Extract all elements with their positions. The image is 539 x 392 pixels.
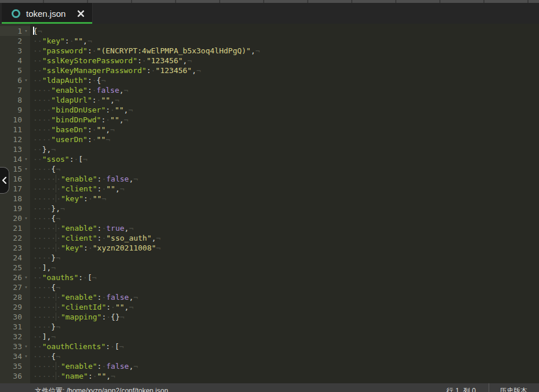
fold-toggle-icon[interactable]: ▾: [22, 273, 30, 282]
code-text: ····},¬: [30, 204, 65, 213]
code-line[interactable]: 31····}¬: [0, 322, 539, 332]
code-editor[interactable]: 1▾{¬2··"key":·"",¬3··"password":·"(ENCRY…: [0, 24, 539, 383]
fold-spacer: [22, 144, 30, 154]
code-line[interactable]: 19····},¬: [0, 204, 539, 213]
code-line[interactable]: 28······"enable":·false,¬: [0, 292, 539, 302]
gutter-cell: 4: [0, 56, 30, 66]
gutter-cell: 19: [0, 204, 30, 213]
fold-toggle-icon[interactable]: ▾: [22, 282, 30, 292]
code-line[interactable]: 3··"password":·"(ENCRYPT:4wElPMPA_b5x3oq…: [0, 46, 539, 56]
code-line[interactable]: 26▾··"oauths":·[¬: [0, 273, 539, 282]
code-line[interactable]: 18······"key":·""¬: [0, 194, 539, 204]
code-text: ······"enable":·false,¬: [30, 292, 138, 302]
fold-spacer: [22, 56, 30, 66]
code-line[interactable]: 10····"bindDnPwd":·"",¬: [0, 115, 539, 125]
newline-marker: ¬: [51, 145, 56, 154]
newline-marker: ¬: [120, 313, 125, 321]
code-line[interactable]: 33▾··"oauthClients":·[¬: [0, 342, 539, 351]
fold-toggle-icon[interactable]: ▾: [22, 164, 30, 174]
code-line[interactable]: 15▾····{¬: [0, 164, 539, 174]
newline-marker: ¬: [56, 214, 60, 223]
newline-marker: ¬: [133, 293, 138, 302]
fold-toggle-icon[interactable]: ▾: [22, 26, 30, 36]
code-line[interactable]: 4··"sslKeyStorePassword":·"123456",¬: [0, 56, 539, 66]
tab-token-json[interactable]: token.json: [2, 3, 93, 24]
code-line[interactable]: 5··"sslKeyManagerPassword":·"123456",¬: [0, 66, 539, 75]
line-number: 7: [0, 85, 22, 95]
line-number: 19: [0, 204, 22, 213]
code-line[interactable]: 32··],¬: [0, 332, 539, 342]
line-number: 29: [0, 302, 22, 312]
code-line[interactable]: 12····"userDn":·""¬: [0, 135, 539, 144]
code-line[interactable]: 17······"client":·"",¬: [0, 184, 539, 194]
code-line[interactable]: 11····"baseDn":·"",¬: [0, 125, 539, 135]
code-line[interactable]: 25··],¬: [0, 263, 539, 273]
code-line[interactable]: 13··},¬: [0, 144, 539, 154]
newline-marker: ¬: [129, 303, 133, 311]
newline-marker: ¬: [124, 86, 129, 95]
newline-marker: ¬: [88, 37, 92, 45]
tab-close-icon[interactable]: [76, 9, 85, 18]
fold-spacer: [22, 233, 30, 243]
fold-toggle-icon[interactable]: ▾: [22, 213, 30, 223]
gutter-cell: 27▾: [0, 282, 30, 292]
code-line[interactable]: 24····}¬: [0, 253, 539, 263]
code-line[interactable]: 16······"enable":·false,¬: [0, 174, 539, 184]
code-text: ··],¬: [30, 263, 56, 273]
fold-toggle-icon[interactable]: ▾: [22, 351, 30, 361]
code-line[interactable]: 2··"key":·"",¬: [0, 36, 539, 46]
line-number: 33: [0, 342, 22, 351]
fold-toggle-icon[interactable]: ▾: [22, 342, 30, 351]
newline-marker: ¬: [129, 224, 133, 233]
gutter-cell: 2: [0, 36, 30, 46]
code-text: {¬: [30, 26, 42, 36]
line-number: 24: [0, 253, 22, 263]
code-line[interactable]: 27▾····{¬: [0, 282, 539, 292]
code-line[interactable]: 29······"clientId":·"",¬: [0, 302, 539, 312]
code-line[interactable]: 20▾····{¬: [0, 213, 539, 223]
line-number: 13: [0, 144, 22, 154]
code-line[interactable]: 6▾··"ldapAuth":·{¬: [0, 75, 539, 85]
code-line[interactable]: 8····"ldapUrl":·"",¬: [0, 95, 539, 105]
code-line[interactable]: 14▾··"ssos":·[¬: [0, 154, 539, 164]
fold-spacer: [22, 204, 30, 213]
file-type-icon: [12, 9, 20, 18]
gutter-cell: 22: [0, 233, 30, 243]
gutter-cell: 9: [0, 105, 30, 115]
newline-marker: ¬: [119, 342, 124, 351]
gutter-cell: 3: [0, 46, 30, 56]
gutter-cell: 8: [0, 95, 30, 105]
code-line[interactable]: 23······"key":·"xyzn20211008"¬: [0, 243, 539, 253]
gutter-cell: 11: [0, 125, 30, 135]
line-number: 34: [0, 351, 22, 361]
line-col-indicator[interactable]: 行 1, 列 0: [446, 386, 489, 392]
fold-spacer: [22, 263, 30, 273]
gutter-cell: 33▾: [0, 342, 30, 351]
code-line[interactable]: 35······"enable":·false,¬: [0, 361, 539, 371]
gutter-cell: 23: [0, 243, 30, 253]
gutter-cell: 14▾: [0, 154, 30, 164]
code-line[interactable]: 1▾{¬: [0, 26, 539, 36]
fold-spacer: [22, 174, 30, 184]
editor-window: token.json 1▾{¬2··"key":·"",¬3··"passwor…: [0, 0, 539, 392]
fold-toggle-icon[interactable]: ▾: [22, 154, 30, 164]
code-text: ····"ldapUrl":·"",¬: [30, 95, 119, 105]
code-line[interactable]: 34▾····{¬: [0, 351, 539, 361]
code-line[interactable]: 36······"name":·"",¬: [0, 371, 539, 381]
code-line[interactable]: 9····"bindDnUser":·"",¬: [0, 105, 539, 115]
fold-spacer: [22, 253, 30, 263]
code-text: ····}¬: [30, 322, 60, 332]
code-text: ······"key":·""¬: [30, 194, 106, 204]
line-number: 23: [0, 243, 22, 253]
sidebar-collapse-toggle[interactable]: [0, 167, 9, 194]
code-text: ··"oauths":·[¬: [30, 273, 97, 282]
history-versions-button[interactable]: 历史版本: [489, 386, 536, 392]
code-line[interactable]: 21······"enable":·true,¬: [0, 223, 539, 233]
code-line[interactable]: 7····"enable":·false,¬: [0, 85, 539, 95]
code-text: ······"client":·"",¬: [30, 184, 125, 194]
code-line[interactable]: 22······"client":·"sso_auth",¬: [0, 233, 539, 243]
code-line[interactable]: 30······"mapping":·{}¬: [0, 312, 539, 322]
newline-marker: ¬: [92, 273, 97, 282]
fold-toggle-icon[interactable]: ▾: [22, 75, 30, 85]
line-number: 18: [0, 194, 22, 204]
